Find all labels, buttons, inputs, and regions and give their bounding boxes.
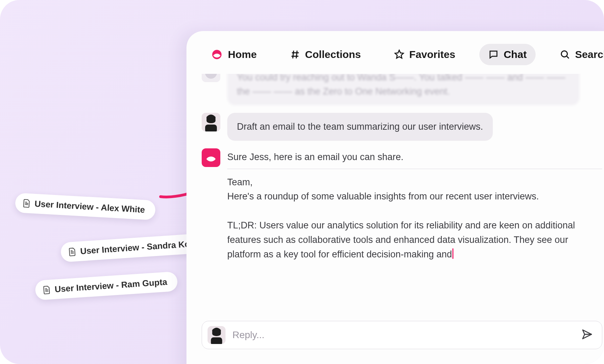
nav-home[interactable]: Home <box>202 43 266 66</box>
user-avatar-small <box>208 326 226 344</box>
document-icon <box>23 198 31 208</box>
bot-avatar <box>202 74 220 82</box>
user-avatar <box>202 113 220 131</box>
reply-input[interactable] <box>232 329 574 341</box>
nav-collections-label: Collections <box>305 49 361 60</box>
chat-icon <box>488 49 499 60</box>
typing-caret <box>452 248 453 259</box>
top-nav: Home Collections Favorites Chat Search <box>186 31 604 74</box>
app-logo-icon <box>211 48 223 61</box>
nav-collections[interactable]: Collections <box>281 44 370 65</box>
document-icon <box>43 285 51 294</box>
nav-chat-label: Chat <box>504 49 527 60</box>
chat-row-prior-bot: You could try reaching out to Wanda S——.… <box>202 74 602 105</box>
bot-avatar <box>202 148 220 167</box>
doc-pill-label: User Interview - Sandra Ko <box>80 239 190 256</box>
hash-icon <box>290 49 300 60</box>
svg-rect-5 <box>205 125 217 131</box>
nav-chat[interactable]: Chat <box>479 44 536 65</box>
app-window: Home Collections Favorites Chat Search <box>186 31 604 364</box>
divider <box>227 169 602 169</box>
doc-pill-sandra-ko[interactable]: User Interview - Sandra Ko <box>60 234 201 263</box>
reply-bar <box>202 321 602 349</box>
bot-email-draft: Team, Here's a roundup of some valuable … <box>227 175 602 262</box>
chat-row-user: Draft an email to the team summarizing o… <box>202 113 602 141</box>
star-icon <box>394 49 404 60</box>
chat-area: You could try reaching out to Wanda S——.… <box>186 74 604 312</box>
svg-point-1 <box>562 51 568 57</box>
chat-row-bot: Sure Jess, here is an email you can shar… <box>202 148 602 262</box>
nav-search-label: Search <box>575 49 604 60</box>
nav-search[interactable]: Search <box>551 44 604 65</box>
doc-pill-label: User Interview - Alex White <box>34 199 145 215</box>
doc-pill-ram-gupta[interactable]: User Interview - Ram Gupta <box>35 271 178 300</box>
nav-favorites-label: Favorites <box>409 49 455 60</box>
document-icon <box>68 247 77 256</box>
user-message: Draft an email to the team summarizing o… <box>227 113 493 141</box>
prior-bot-message: You could try reaching out to Wanda S——.… <box>227 74 579 105</box>
nav-home-label: Home <box>228 49 257 60</box>
svg-rect-9 <box>211 337 222 344</box>
doc-pill-label: User Interview - Ram Gupta <box>54 277 167 294</box>
doc-pill-alex-white[interactable]: User Interview - Alex White <box>15 193 156 220</box>
send-button[interactable] <box>581 328 593 342</box>
nav-favorites[interactable]: Favorites <box>385 44 464 65</box>
search-icon <box>560 49 570 60</box>
bot-intro: Sure Jess, here is an email you can shar… <box>227 148 602 163</box>
